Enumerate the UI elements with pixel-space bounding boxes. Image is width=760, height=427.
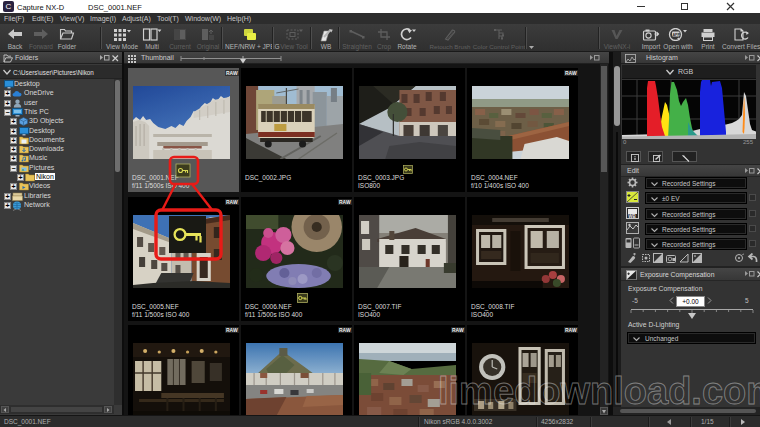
- svg-text:WB: WB: [628, 213, 636, 218]
- svg-text:APP: APP: [672, 33, 680, 37]
